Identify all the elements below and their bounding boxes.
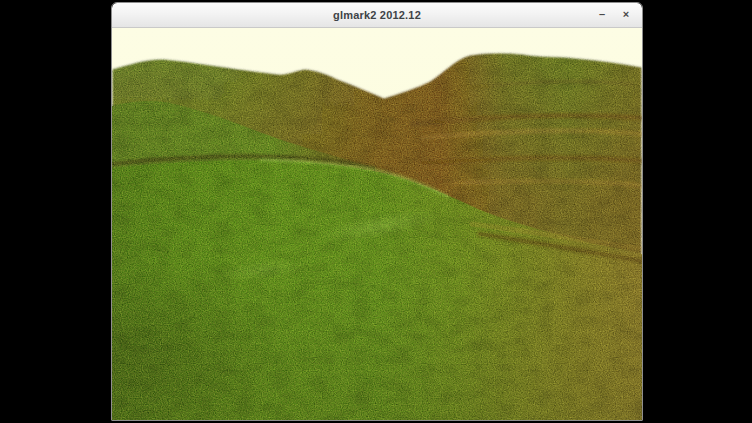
window-title: glmark2 2012.12 <box>112 3 642 27</box>
desktop-background: glmark2 2012.12 – × <box>0 0 752 423</box>
terrain <box>112 53 642 421</box>
titlebar[interactable]: glmark2 2012.12 – × <box>112 3 642 28</box>
glmark2-window: glmark2 2012.12 – × <box>111 2 643 421</box>
minimize-button[interactable]: – <box>594 3 610 27</box>
close-button[interactable]: × <box>618 3 634 27</box>
terrain-render-viewport <box>112 28 642 421</box>
